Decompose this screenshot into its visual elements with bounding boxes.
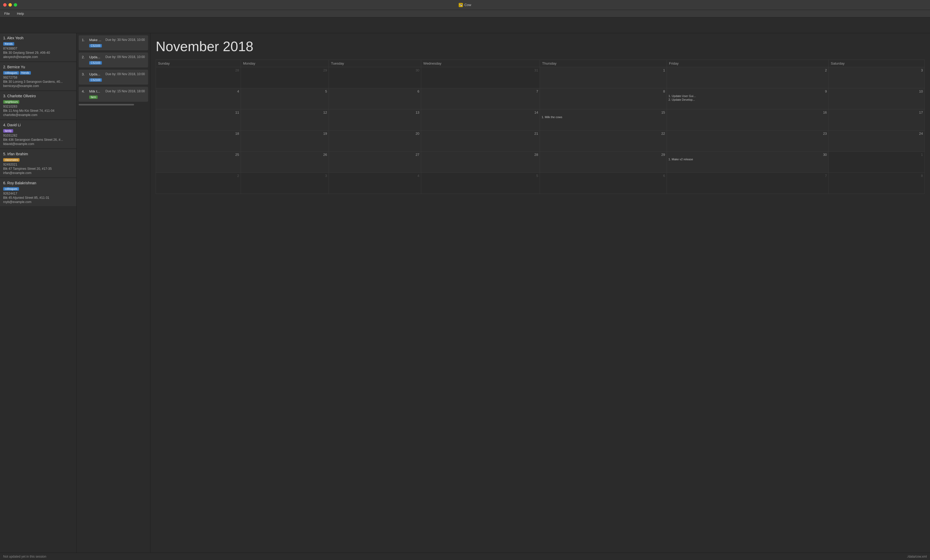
calendar-day-number: 21 <box>423 132 538 135</box>
contact-card[interactable]: 6. Roy Balakrishnan colleagues 92624417 … <box>0 178 76 207</box>
calendar-day-cell[interactable]: 27 <box>329 152 421 173</box>
calendar-day-number: 27 <box>330 153 419 156</box>
calendar-day-cell[interactable]: 13 <box>329 109 421 130</box>
calendar-day-cell[interactable]: 17 <box>829 109 925 130</box>
maximize-button[interactable] <box>14 3 17 6</box>
menu-file[interactable]: File <box>3 11 11 16</box>
contact-card[interactable]: 3. Charlotte Oliveiro neighbours 9321028… <box>0 91 76 120</box>
contact-address: Blk 47 Tampines Street 20, #17-35 <box>3 167 73 170</box>
toolbar <box>0 17 930 33</box>
calendar-day-cell[interactable]: 14 <box>421 109 540 130</box>
calendar-day-cell[interactable]: 28 <box>156 67 241 88</box>
calendar-day-cell[interactable]: 91. Update User Gui...2. Update Develop.… <box>667 88 829 109</box>
calendar-day-number: 26 <box>243 153 327 156</box>
contact-phone: 91031282 <box>3 133 73 137</box>
calendar-day-cell[interactable]: 4 <box>329 173 421 194</box>
calendar-day-cell[interactable]: 3 <box>829 67 925 88</box>
calendar-day-cell[interactable]: 3 <box>241 173 329 194</box>
calendar-day-cell[interactable]: 11 <box>156 109 241 130</box>
calendar-day-cell[interactable]: 19 <box>241 130 329 152</box>
contact-card[interactable]: 2. Bernice Yu colleaguesfriends 99272758… <box>0 62 76 91</box>
contact-tags: colleagues <box>3 186 73 192</box>
task-title: Milk t... <box>89 89 103 94</box>
main-content: 1. Alex Yeoh friends 87438807 Blk 30 Gey… <box>0 33 930 552</box>
app-icon: 🐄 <box>459 3 463 7</box>
calendar-day-cell[interactable]: 26 <box>241 152 329 173</box>
contact-phone: 92624417 <box>3 192 73 195</box>
task-number: 4. <box>82 89 87 94</box>
minimize-button[interactable] <box>8 3 12 6</box>
task-card[interactable]: 4. Milk t... Due by: 15 Nov 2018, 18:00 … <box>79 87 148 102</box>
task-number: 1. <box>82 38 87 42</box>
calendar-weekday-header: Saturday <box>829 60 925 67</box>
calendar-day-number: 30 <box>330 68 419 72</box>
calendar-day-number: 5 <box>423 174 538 178</box>
calendar-week-row: 2345678 <box>156 173 925 194</box>
calendar-day-cell[interactable]: 301. Make v2 release <box>667 152 829 173</box>
contact-email: irfan@example.com <box>3 171 73 175</box>
calendar-day-cell[interactable]: 5 <box>241 88 329 109</box>
tasks-scrollbar[interactable] <box>79 104 134 106</box>
calendar-day-number: 20 <box>330 132 419 135</box>
calendar-panel: November 2018 SundayMondayTuesdayWednesd… <box>151 33 930 552</box>
calendar-day-cell[interactable]: 1 <box>540 67 667 88</box>
calendar-event: 1. Make v2 release <box>668 158 827 161</box>
calendar-day-cell[interactable]: 20 <box>329 130 421 152</box>
contact-tags: family <box>3 128 73 133</box>
calendar-day-number: 23 <box>668 132 827 135</box>
close-button[interactable] <box>3 3 6 6</box>
calendar-day-cell[interactable]: 151. Milk the cows <box>540 109 667 130</box>
contact-card[interactable]: 5. Irfan Ibrahim classmates 92492021 Blk… <box>0 149 76 178</box>
calendar-day-cell[interactable]: 28 <box>421 152 540 173</box>
statusbar: Not updated yet in this session ./data/c… <box>0 552 930 560</box>
task-card[interactable]: 1. Make ... Due by: 30 Nov 2018, 10:00 C… <box>79 35 148 51</box>
calendar-day-number: 2 <box>157 174 239 178</box>
calendar-day-number: 14 <box>423 110 538 114</box>
calendar-day-cell[interactable]: 30 <box>329 67 421 88</box>
menu-help[interactable]: Help <box>15 11 26 16</box>
calendar-day-number: 19 <box>243 132 327 135</box>
calendar-day-cell[interactable]: 16 <box>667 109 829 130</box>
calendar-day-cell[interactable]: 7 <box>667 173 829 194</box>
calendar-day-cell[interactable]: 7 <box>421 88 540 109</box>
calendar-day-cell[interactable]: 10 <box>829 88 925 109</box>
calendar-day-cell[interactable]: 6 <box>540 173 667 194</box>
task-header: 1. Make ... Due by: 30 Nov 2018, 10:00 <box>82 38 145 42</box>
calendar-day-cell[interactable]: 18 <box>156 130 241 152</box>
calendar-day-cell[interactable]: 5 <box>421 173 540 194</box>
calendar-day-cell[interactable]: 29 <box>241 67 329 88</box>
contact-card[interactable]: 4. David Li family 91031282 Blk 436 Sera… <box>0 120 76 149</box>
calendar-day-number: 4 <box>330 174 419 178</box>
task-title: Upda... <box>89 72 103 76</box>
contact-card[interactable]: 1. Alex Yeoh friends 87438807 Blk 30 Gey… <box>0 33 76 62</box>
calendar-day-cell[interactable]: 8 <box>829 173 925 194</box>
calendar-day-cell[interactable]: 24 <box>829 130 925 152</box>
contact-phone: 93210283 <box>3 105 73 108</box>
task-card[interactable]: 2. Upda... Due by: 09 Nov 2018, 10:00 CS… <box>79 52 148 68</box>
calendar-day-number: 12 <box>243 110 327 114</box>
calendar-day-cell[interactable]: 4 <box>156 88 241 109</box>
calendar-day-cell[interactable]: 6 <box>329 88 421 109</box>
calendar-title: November 2018 <box>156 38 925 54</box>
contact-name: 1. Alex Yeoh <box>3 36 73 40</box>
task-card[interactable]: 3. Upda... Due by: 09 Nov 2018, 10:00 CS… <box>79 70 148 84</box>
status-left: Not updated yet in this session <box>3 555 46 558</box>
calendar-day-cell[interactable]: 8 <box>540 88 667 109</box>
calendar-day-number: 11 <box>157 110 239 114</box>
contacts-panel[interactable]: 1. Alex Yeoh friends 87438807 Blk 30 Gey… <box>0 33 77 552</box>
calendar-day-cell[interactable]: 1 <box>829 152 925 173</box>
contact-tag: colleagues <box>3 187 19 190</box>
calendar-day-cell[interactable]: 22 <box>540 130 667 152</box>
tasks-panel[interactable]: 1. Make ... Due by: 30 Nov 2018, 10:00 C… <box>77 33 151 552</box>
calendar-day-cell[interactable]: 2 <box>667 67 829 88</box>
calendar-day-cell[interactable]: 2 <box>156 173 241 194</box>
calendar-day-cell[interactable]: 21 <box>421 130 540 152</box>
calendar-day-cell[interactable]: 29 <box>540 152 667 173</box>
calendar-day-cell[interactable]: 12 <box>241 109 329 130</box>
calendar-day-cell[interactable]: 31 <box>421 67 540 88</box>
calendar-day-cell[interactable]: 23 <box>667 130 829 152</box>
calendar-day-cell[interactable]: 25 <box>156 152 241 173</box>
task-title: Make ... <box>89 38 103 42</box>
calendar-day-number: 6 <box>330 89 419 94</box>
calendar-day-number: 1 <box>830 153 923 156</box>
